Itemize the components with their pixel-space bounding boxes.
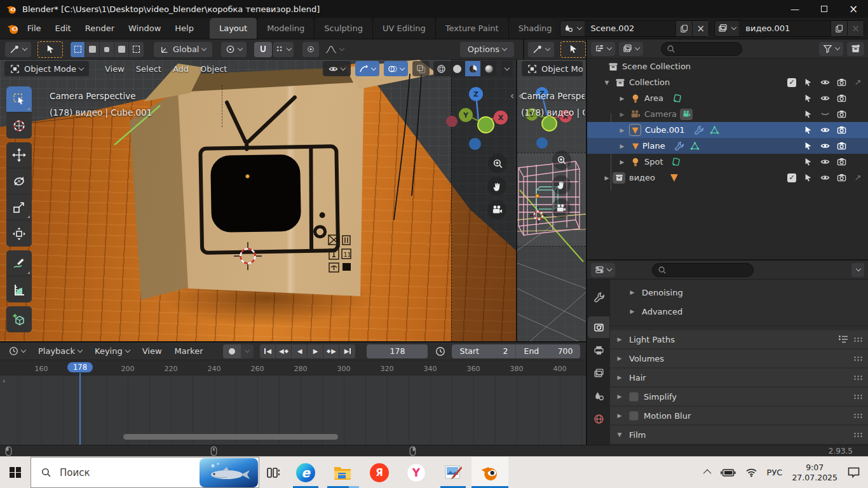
- sidebar-toggle-arrow[interactable]: ‹: [510, 93, 514, 99]
- tab-texture-paint[interactable]: Texture Paint: [436, 18, 509, 39]
- select-mode-subtract[interactable]: [100, 42, 114, 57]
- tab-output[interactable]: [588, 339, 609, 361]
- gizmo-axis-z[interactable]: Z: [469, 87, 483, 101]
- holdout-toggle[interactable]: ↗: [851, 78, 864, 87]
- gizmo-axis-x[interactable]: X: [494, 111, 508, 125]
- camera-view-button[interactable]: [552, 199, 571, 218]
- collection-checkbox[interactable]: ✓: [785, 173, 798, 182]
- drag-handle[interactable]: [853, 394, 863, 400]
- disable-render-toggle[interactable]: [835, 141, 848, 151]
- tab-scene[interactable]: [588, 385, 609, 407]
- vp2-active-tool-indicator[interactable]: [560, 41, 586, 58]
- previous-keyframe-button[interactable]: ◀◆: [276, 344, 292, 358]
- tab-view-layer[interactable]: [588, 362, 609, 384]
- viewport-menu-view[interactable]: View: [99, 64, 130, 74]
- panel-denoising[interactable]: ▶Denoising: [610, 283, 868, 301]
- gizmo-axis-y[interactable]: Y: [459, 108, 473, 122]
- pivot-point-dropdown[interactable]: [221, 42, 247, 57]
- gizmo-axis-z-neg[interactable]: [536, 137, 548, 149]
- outliner-filter-type-dropdown[interactable]: [619, 42, 643, 56]
- shading-material-button[interactable]: [465, 61, 481, 76]
- panel-hair[interactable]: ▶Hair: [610, 369, 868, 386]
- outliner-filter-dropdown[interactable]: [819, 42, 843, 56]
- next-keyframe-button[interactable]: ◆▶: [323, 344, 339, 358]
- timeline-channel-area[interactable]: ›: [0, 376, 586, 445]
- show-gizmo-toggle[interactable]: [355, 61, 379, 76]
- channel-expand-arrow[interactable]: ›: [3, 377, 5, 385]
- menu-file[interactable]: File: [20, 18, 48, 39]
- tool-scale[interactable]: [6, 194, 32, 220]
- expand-arrow[interactable]: ▶: [618, 111, 627, 118]
- tab-modeling[interactable]: Modeling: [257, 18, 315, 39]
- current-frame-badge[interactable]: 178: [67, 362, 93, 372]
- tab-uv-editing[interactable]: UV Editing: [373, 18, 436, 39]
- selectable-toggle[interactable]: [802, 173, 815, 182]
- unlink-scene-button[interactable]: ×: [692, 21, 709, 36]
- taskbar-clock[interactable]: 9:07 27.07.2025: [792, 463, 837, 483]
- timeline-scrollbar[interactable]: [123, 434, 338, 440]
- sidebar-toggle-arrow[interactable]: ‹: [519, 93, 522, 99]
- expand-arrow[interactable]: ▶: [602, 175, 611, 181]
- viewport-menu-add[interactable]: Add: [167, 64, 194, 74]
- tab-render[interactable]: [588, 316, 609, 338]
- tool-annotate[interactable]: [6, 250, 32, 276]
- holdout-toggle[interactable]: ↗: [851, 173, 864, 182]
- panel-volumes[interactable]: ▶Volumes: [610, 349, 868, 367]
- xray-toggle[interactable]: [412, 61, 430, 76]
- menu-render[interactable]: Render: [78, 18, 121, 39]
- panel-advanced[interactable]: ▶Advanced: [610, 302, 868, 320]
- tab-tool[interactable]: [588, 286, 609, 308]
- vp2-active-tool-dropdown[interactable]: [528, 42, 554, 57]
- tool-add-cube[interactable]: [6, 306, 32, 332]
- play-button[interactable]: ▶: [308, 344, 323, 358]
- hide-viewport-toggle[interactable]: [818, 173, 831, 182]
- outliner-row-area[interactable]: ▶ Area: [587, 90, 868, 106]
- drag-handle[interactable]: [853, 375, 863, 381]
- menu-keying[interactable]: Keying: [88, 346, 136, 356]
- camera-data-badge[interactable]: [680, 109, 693, 120]
- shading-dropdown[interactable]: [501, 61, 512, 76]
- task-view-button[interactable]: [259, 457, 287, 488]
- viewport-3d-secondary[interactable]: Camera Perspective (178) видео | Cube.00…: [517, 60, 586, 341]
- outliner-row-plane[interactable]: ▶ ▼ Plane: [587, 138, 868, 154]
- options-dropdown[interactable]: Options: [460, 42, 514, 57]
- hidden-icons-chevron[interactable]: [703, 470, 711, 478]
- tool-move[interactable]: [6, 142, 32, 168]
- selectable-toggle[interactable]: [802, 158, 815, 166]
- menu-view[interactable]: View: [136, 346, 168, 356]
- menu-marker[interactable]: Marker: [168, 346, 210, 356]
- selectable-toggle[interactable]: [802, 126, 815, 135]
- outliner-display-mode-dropdown[interactable]: [591, 42, 615, 56]
- proportional-editing-toggle[interactable]: [302, 42, 319, 57]
- selectable-toggle[interactable]: [802, 110, 815, 119]
- select-mode-extend[interactable]: [85, 42, 100, 57]
- hide-viewport-toggle[interactable]: [818, 125, 831, 135]
- gizmo-axis-y-neg[interactable]: [477, 116, 494, 133]
- shading-rendered-button[interactable]: [481, 61, 497, 76]
- snap-settings-dropdown[interactable]: [273, 42, 294, 57]
- selectable-toggle[interactable]: [802, 78, 815, 87]
- disable-render-toggle[interactable]: [835, 93, 848, 103]
- simplify-checkbox[interactable]: [629, 392, 639, 402]
- taskbar-app-yandex-browser[interactable]: Я: [361, 457, 398, 488]
- drag-handle[interactable]: [853, 413, 863, 419]
- tool-cursor[interactable]: [6, 112, 32, 139]
- zoom-button[interactable]: [488, 154, 507, 173]
- panel-light-paths[interactable]: ▶Light Paths: [610, 330, 868, 348]
- tab-sculpting[interactable]: Sculpting: [315, 18, 373, 39]
- selectable-toggle[interactable]: [802, 142, 815, 151]
- new-collection-button[interactable]: [847, 42, 864, 56]
- tool-select-box[interactable]: [6, 86, 32, 112]
- expand-arrow[interactable]: ▼: [602, 79, 611, 86]
- jump-to-end-button[interactable]: ▶: [339, 344, 355, 358]
- zoom-button[interactable]: [552, 151, 571, 170]
- scene-name[interactable]: Scene.002: [585, 24, 676, 33]
- wifi-icon[interactable]: [745, 468, 757, 477]
- tool-measure[interactable]: [6, 276, 32, 302]
- new-view-layer-button[interactable]: [831, 21, 847, 36]
- drag-handle[interactable]: [853, 337, 863, 342]
- hide-viewport-toggle[interactable]: [818, 157, 831, 166]
- object-visibility-dropdown[interactable]: [323, 61, 351, 76]
- panel-film[interactable]: ▼Film: [610, 426, 868, 444]
- keying-set-dropdown[interactable]: [241, 344, 254, 358]
